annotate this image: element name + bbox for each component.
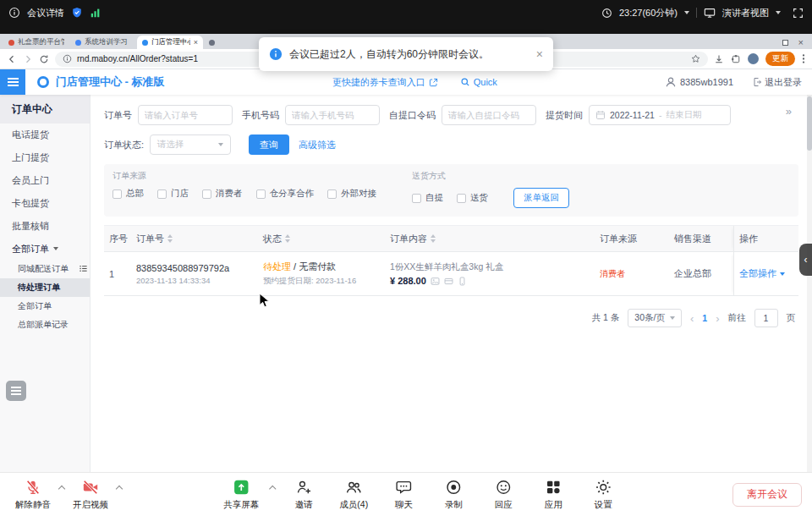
browser-tab-3-active[interactable]: 门店管理中心×	[137, 36, 203, 49]
toast-close-icon[interactable]: ×	[536, 47, 543, 61]
settings-button[interactable]: 设置	[580, 478, 626, 511]
list-handle-icon[interactable]	[79, 264, 88, 273]
col-status[interactable]: 状态	[258, 233, 385, 245]
extensions-icon[interactable]	[731, 54, 741, 64]
share-screen-button[interactable]: 共享屏幕	[218, 478, 264, 511]
reload-icon[interactable]	[39, 54, 49, 64]
phone-input[interactable]	[285, 105, 380, 125]
dispatch-return-button[interactable]: 派单返回	[513, 188, 569, 208]
col-order-no[interactable]: 订单号	[131, 233, 258, 245]
profile-avatar[interactable]	[748, 53, 759, 64]
sidebar-section-all-orders[interactable]: 全部订单	[0, 238, 90, 260]
chevron-up-icon[interactable]	[58, 485, 65, 491]
reactions-button[interactable]: 回应	[480, 478, 526, 511]
prev-page-button[interactable]: ‹	[690, 313, 694, 324]
sidebar-item-card-pickup[interactable]: 卡包提货	[0, 192, 90, 215]
sort-icon[interactable]	[285, 234, 290, 243]
date-start-value[interactable]: 2022-11-21	[610, 110, 655, 120]
date-end-placeholder[interactable]: 结束日期	[666, 109, 701, 121]
invite-button[interactable]: 邀请	[281, 478, 326, 511]
card-icon[interactable]	[444, 277, 453, 286]
scrollbar-thumb[interactable]	[807, 96, 812, 151]
order-number[interactable]: 83859345088979792a	[136, 263, 253, 273]
checkbox-warehouse-coop[interactable]: 仓分享合作	[256, 188, 315, 200]
order-no-input[interactable]	[138, 105, 233, 125]
members-button[interactable]: 成员(4)	[331, 478, 376, 511]
sidebar-item-door-pickup[interactable]: 上门提货	[0, 146, 90, 169]
forward-icon[interactable]	[23, 54, 33, 64]
checkbox-icon	[457, 194, 466, 203]
meeting-details-label[interactable]: 会议详情	[27, 7, 64, 19]
restore-window-icon[interactable]	[782, 40, 788, 46]
menu-dots-icon[interactable]	[802, 53, 805, 64]
leave-meeting-button[interactable]: 离开会议	[732, 483, 802, 507]
chevron-up-icon[interactable]	[116, 485, 123, 491]
order-status-select[interactable]: 请选择	[150, 134, 231, 155]
sidebar-toggle-button[interactable]	[0, 69, 25, 95]
bookmark-star-icon[interactable]	[691, 54, 700, 63]
sidebar-item-member-visit[interactable]: 会员上门	[0, 169, 90, 192]
chevron-down-icon[interactable]	[684, 11, 689, 14]
checkbox-external[interactable]: 外部对接	[327, 188, 376, 200]
next-page-button[interactable]: ›	[716, 313, 719, 324]
logout-button[interactable]: 退出登录	[752, 76, 802, 89]
update-button[interactable]: 更新	[765, 52, 795, 66]
unmute-button[interactable]: 解除静音	[10, 478, 56, 511]
tab-close-icon[interactable]: ×	[194, 38, 198, 47]
toolbar-label: 聊天	[395, 499, 413, 511]
url-text[interactable]: rnd.maboy.cn/AllOrder?status=1	[77, 54, 198, 63]
checkbox-consumer[interactable]: 消费者	[202, 188, 243, 200]
browser-tab-1[interactable]: 礼盒票的平台管理中心	[3, 36, 69, 49]
chevron-up-icon[interactable]	[269, 485, 276, 491]
checkbox-store[interactable]: 门店	[157, 188, 189, 200]
advanced-filter-link[interactable]: 高级筛选	[299, 139, 336, 151]
sort-icon[interactable]	[167, 234, 173, 243]
apps-button[interactable]: 应用	[530, 478, 576, 511]
back-icon[interactable]	[7, 54, 17, 64]
col-content[interactable]: 订单内容	[385, 233, 595, 245]
checkbox-hq[interactable]: 总部	[112, 188, 144, 200]
divider	[696, 8, 697, 18]
sort-icon[interactable]	[431, 234, 436, 243]
site-info-icon[interactable]	[63, 54, 72, 63]
view-mode-label[interactable]: 演讲者视图	[722, 7, 769, 19]
goto-page-input[interactable]	[754, 309, 778, 327]
shield-icon[interactable]	[71, 7, 83, 19]
meeting-timer[interactable]: 23:27(60分钟)	[619, 7, 678, 19]
chat-button[interactable]: 聊天	[381, 478, 426, 511]
sidebar-subitem-city-delivery[interactable]: 同城配送订单	[0, 260, 90, 278]
chevron-down-icon[interactable]	[776, 11, 781, 14]
fullscreen-icon[interactable]	[793, 8, 804, 19]
start-video-button[interactable]: 开启视频	[68, 478, 113, 511]
scrollbar-track[interactable]	[807, 95, 812, 472]
sidebar-subitem-all-orders[interactable]: 全部订单	[0, 297, 90, 316]
delivery-method-label: 送货方式	[412, 170, 569, 182]
search-button[interactable]: 查询	[249, 134, 289, 155]
pickup-code-input[interactable]	[442, 105, 536, 125]
record-button[interactable]: 录制	[431, 478, 476, 511]
sidebar-subitem-pending-orders[interactable]: 待处理订单	[0, 278, 90, 297]
side-panel-handle[interactable]: ‹	[799, 244, 812, 276]
date-range-picker[interactable]: 2022-11-21 - 结束日期	[589, 105, 731, 125]
collapse-double-arrow-icon[interactable]: »	[786, 105, 792, 118]
col-label: 订单号	[136, 233, 164, 245]
page-size-select[interactable]: 30条/页	[628, 309, 682, 327]
user-menu[interactable]: 8385wb1991	[665, 76, 733, 88]
coupon-query-link[interactable]: 更快捷的券卡查询入口	[332, 76, 438, 89]
page-number[interactable]: 1	[702, 313, 707, 323]
quick-menu-widget[interactable]	[6, 381, 26, 401]
quick-search-link[interactable]: Quick	[460, 77, 497, 87]
sidebar-item-phone-pickup[interactable]: 电话提货	[0, 124, 90, 146]
phone-icon[interactable]	[458, 277, 467, 286]
close-window-icon[interactable]: ×	[798, 38, 804, 47]
table-row[interactable]: 1 83859345088979792a 2023-11-13 14:33:34…	[104, 252, 798, 296]
sidebar-subitem-hq-dispatch-log[interactable]: 总部派单记录	[0, 316, 90, 334]
all-actions-dropdown[interactable]: 全部操作	[739, 267, 776, 280]
info-icon[interactable]	[8, 7, 20, 19]
browser-tab-2[interactable]: 系统培训学习	[70, 36, 136, 49]
download-icon[interactable]	[714, 54, 724, 64]
checkbox-self-pickup[interactable]: 自提	[412, 192, 443, 204]
sidebar-item-batch-verify[interactable]: 批量核销	[0, 215, 90, 238]
checkbox-delivery[interactable]: 送货	[457, 192, 488, 204]
picture-icon[interactable]	[431, 277, 440, 286]
